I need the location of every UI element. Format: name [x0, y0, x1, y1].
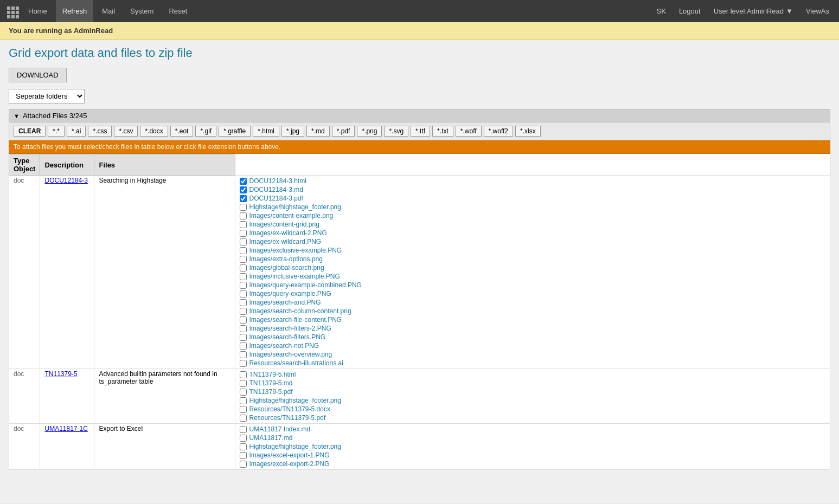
- nav-system[interactable]: System: [124, 0, 160, 22]
- file-checkbox[interactable]: [240, 316, 247, 324]
- nav-mail[interactable]: Mail: [95, 0, 121, 22]
- filter-woff[interactable]: *.woff: [456, 126, 482, 137]
- clear-filter-btn[interactable]: CLEAR: [14, 126, 46, 137]
- file-link[interactable]: Resources/search-illustrations.ai: [249, 359, 343, 367]
- file-checkbox[interactable]: [240, 435, 247, 442]
- cell-object[interactable]: TN11379-5: [40, 369, 94, 424]
- file-link[interactable]: Images/search-file-content.PNG: [249, 316, 342, 324]
- file-link[interactable]: Images/ex-wildcard.PNG: [249, 238, 321, 245]
- file-link[interactable]: UMA11817.md: [249, 434, 292, 442]
- file-link[interactable]: Images/search-and.PNG: [249, 299, 321, 306]
- filter-xlsx[interactable]: *.xlsx: [515, 126, 541, 137]
- file-link[interactable]: Images/extra-options.png: [249, 255, 322, 263]
- filter-txt[interactable]: *.txt: [432, 126, 453, 137]
- file-checkbox[interactable]: [240, 178, 247, 185]
- filter-png[interactable]: *.png: [357, 126, 382, 137]
- file-checkbox[interactable]: [240, 282, 247, 289]
- file-checkbox[interactable]: [240, 452, 247, 459]
- file-link[interactable]: TN11379-5.html: [249, 371, 296, 378]
- cell-object[interactable]: UMA11817-1C: [40, 424, 94, 470]
- file-link[interactable]: Images/excel-export-1.PNG: [249, 451, 329, 459]
- file-link[interactable]: Images/search-not.PNG: [249, 342, 319, 350]
- filter-docx[interactable]: *.docx: [140, 126, 168, 137]
- file-link[interactable]: UMA11817 Index.md: [249, 425, 310, 433]
- file-checkbox[interactable]: [240, 273, 247, 280]
- file-link[interactable]: Images/excel-export-2.PNG: [249, 460, 329, 468]
- file-checkbox[interactable]: [240, 230, 247, 237]
- file-checkbox[interactable]: [240, 426, 247, 433]
- filter-csv[interactable]: *.csv: [114, 126, 138, 137]
- file-link[interactable]: Highstage/highstage_footer.png: [249, 397, 341, 404]
- file-checkbox[interactable]: [240, 389, 247, 396]
- grid-menu-icon[interactable]: [4, 4, 20, 19]
- filter-ttf[interactable]: *.ttf: [411, 126, 430, 137]
- nav-logout[interactable]: Logout: [674, 0, 706, 22]
- filter-pdf[interactable]: *.pdf: [332, 126, 355, 137]
- file-link[interactable]: Resources/TN11379-5.docx: [249, 405, 330, 413]
- nav-reset[interactable]: Reset: [162, 0, 194, 22]
- file-checkbox[interactable]: [240, 238, 247, 245]
- folder-select[interactable]: Seperate foldersSingle folder: [9, 89, 85, 104]
- download-button[interactable]: DOWNLOAD: [9, 68, 67, 82]
- file-checkbox[interactable]: [240, 256, 247, 263]
- file-checkbox[interactable]: [240, 351, 247, 358]
- file-checkbox[interactable]: [240, 360, 247, 367]
- attached-files-header[interactable]: ▼ Attached Files 3/245: [9, 109, 830, 122]
- file-link[interactable]: Highstage/highstage_footer.png: [249, 443, 341, 450]
- file-checkbox[interactable]: [240, 371, 247, 378]
- file-link[interactable]: Images/ex-wildcard-2.PNG: [249, 229, 326, 237]
- file-link[interactable]: Images/exclusive-example.PNG: [249, 247, 342, 254]
- file-checkbox[interactable]: [240, 443, 247, 450]
- filter-all[interactable]: *.*: [48, 126, 65, 137]
- file-checkbox[interactable]: [240, 186, 247, 193]
- file-checkbox[interactable]: [240, 195, 247, 202]
- file-link[interactable]: Images/query-example.PNG: [249, 290, 331, 298]
- file-checkbox[interactable]: [240, 406, 247, 413]
- file-link[interactable]: DOCU12184-3.md: [249, 186, 303, 193]
- file-link[interactable]: Resources/TN11379-5.pdf: [249, 414, 325, 422]
- file-link[interactable]: TN11379-5.pdf: [249, 388, 292, 396]
- file-link[interactable]: TN11379-5.md: [249, 379, 292, 387]
- filter-eot[interactable]: *.eot: [170, 126, 194, 137]
- file-checkbox[interactable]: [240, 212, 247, 219]
- filter-html[interactable]: *.html: [253, 126, 279, 137]
- nav-sk[interactable]: SK: [651, 0, 671, 22]
- file-checkbox[interactable]: [240, 380, 247, 387]
- file-link[interactable]: Images/inclusive-example.PNG: [249, 273, 340, 280]
- filter-jpg[interactable]: *.jpg: [281, 126, 304, 137]
- filter-svg[interactable]: *.svg: [384, 126, 408, 137]
- nav-refresh[interactable]: Refresh: [56, 0, 94, 22]
- file-link[interactable]: DOCU12184-3.pdf: [249, 195, 303, 202]
- file-link[interactable]: Images/global-search.png: [249, 264, 324, 272]
- file-link[interactable]: Images/search-filters.PNG: [249, 333, 325, 341]
- filter-woff2[interactable]: *.woff2: [484, 126, 513, 137]
- file-checkbox[interactable]: [240, 415, 247, 422]
- cell-object[interactable]: DOCU12184-3: [40, 176, 94, 369]
- file-link[interactable]: Images/query-example-combined.PNG: [249, 281, 361, 289]
- file-link[interactable]: Highstage/highstage_footer.png: [249, 203, 341, 211]
- file-checkbox[interactable]: [240, 334, 247, 341]
- file-checkbox[interactable]: [240, 461, 247, 468]
- file-link[interactable]: Images/content-grid.png: [249, 221, 319, 228]
- file-link[interactable]: Images/content-example.png: [249, 212, 333, 219]
- filter-md[interactable]: *.md: [306, 126, 330, 137]
- file-checkbox[interactable]: [240, 221, 247, 228]
- file-checkbox[interactable]: [240, 397, 247, 404]
- filter-ai[interactable]: *.ai: [67, 126, 86, 137]
- file-checkbox[interactable]: [240, 247, 247, 254]
- file-checkbox[interactable]: [240, 343, 247, 350]
- file-link[interactable]: Images/search-filters-2.PNG: [249, 325, 331, 332]
- file-checkbox[interactable]: [240, 204, 247, 211]
- filter-gif[interactable]: *.gif: [195, 126, 216, 137]
- file-checkbox[interactable]: [240, 299, 247, 306]
- filter-graffle[interactable]: *.graffle: [219, 126, 251, 137]
- file-checkbox[interactable]: [240, 290, 247, 298]
- filter-css[interactable]: *.css: [88, 126, 112, 137]
- nav-viewas[interactable]: ViewAs: [800, 0, 835, 22]
- nav-home[interactable]: Home: [22, 0, 54, 22]
- file-checkbox[interactable]: [240, 325, 247, 332]
- file-link[interactable]: Images/search-column-content.png: [249, 307, 351, 315]
- file-checkbox[interactable]: [240, 264, 247, 272]
- file-link[interactable]: DOCU12184-3.html: [249, 177, 306, 185]
- file-link[interactable]: Images/search-overview.png: [249, 351, 332, 358]
